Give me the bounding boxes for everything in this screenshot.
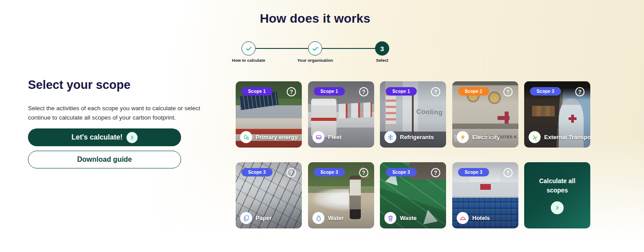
step-select-circle[interactable]: 3: [375, 41, 389, 56]
card-waste[interactable]: Scope 3 ? Waste: [380, 162, 446, 228]
van-icon: [315, 134, 322, 141]
waterdrop-icon: [315, 215, 322, 222]
lets-calculate-button[interactable]: Let's calculate!: [28, 128, 181, 146]
card-label: Electricity: [472, 134, 500, 140]
check-icon: [312, 45, 319, 52]
card-label-row: Electricity: [457, 131, 500, 143]
chevron-right-icon: [551, 201, 564, 214]
card-fleet[interactable]: Scope 1 ? Fleet: [308, 81, 374, 148]
card-label-row: Fleet: [312, 131, 341, 143]
scope-badge: Scope 3: [241, 168, 273, 176]
card-label: Water: [328, 215, 344, 221]
card-label-row: Hotels: [457, 212, 490, 224]
section-description: Select the activities of each scope you …: [28, 104, 205, 123]
step-label-select: Select: [376, 58, 388, 63]
scope-badge: Scope 3: [386, 168, 417, 176]
card-label: Fleet: [328, 134, 341, 140]
snowflake-icon: [387, 134, 394, 141]
calculate-all-label: Calculate all scopes: [535, 176, 580, 195]
card-label-row: Paper: [240, 212, 272, 224]
step-label-your-organisation: Your organisation: [297, 58, 333, 63]
page-title: How does it works: [0, 12, 630, 26]
scope-badge: Scope 1: [386, 87, 417, 96]
download-guide-button[interactable]: Download guide: [28, 151, 181, 168]
step-your-organisation-circle[interactable]: [308, 41, 322, 56]
card-refrigerants[interactable]: Cooling Scope 1 ? Refrigerants: [380, 81, 446, 148]
card-hotels[interactable]: Scope 3 ? Hotels: [452, 162, 518, 228]
card-primary-energy[interactable]: Scope 1 ? Primary energy: [236, 81, 302, 148]
scope-badge: Scope 1: [241, 87, 273, 96]
card-label-row: Primary energy: [240, 131, 298, 143]
card-water[interactable]: Scope 3 ? Water: [308, 162, 374, 228]
stepper-connector: [255, 48, 309, 49]
card-label: Refrigerants: [400, 134, 434, 140]
card-external-transport[interactable]: Scope 3 ? External Transport: [524, 81, 590, 148]
stepper-connector: [321, 48, 376, 49]
scope-badge: Scope 1: [314, 87, 345, 96]
scope-cards-grid: Scope 1 ? Primary energy Scope 1 ? Fleet…: [236, 81, 591, 229]
card-label: External Transport: [544, 134, 590, 140]
help-icon[interactable]: ?: [359, 87, 368, 96]
help-icon[interactable]: ?: [575, 87, 585, 96]
chevron-right-icon: [126, 132, 138, 143]
card-label-row: Refrigerants: [384, 131, 434, 143]
help-icon[interactable]: ?: [431, 87, 440, 96]
scope-badge: Scope 3: [530, 87, 561, 96]
card-label: Waste: [400, 215, 417, 221]
plane-icon: [530, 132, 540, 142]
trash-icon: [387, 215, 394, 222]
card-paper[interactable]: Scope 3 ? Paper: [236, 162, 302, 228]
step-how-to-calculate-circle[interactable]: [241, 41, 256, 56]
download-guide-label: Download guide: [77, 156, 132, 164]
lightning-icon: [459, 134, 466, 141]
help-icon[interactable]: ?: [503, 168, 513, 177]
paper-icon: [243, 215, 250, 222]
help-icon[interactable]: ?: [287, 168, 296, 177]
check-icon: [245, 45, 253, 52]
scope-badge: Scope 3: [458, 168, 489, 176]
card-label-row: External Transport: [529, 131, 590, 143]
help-icon[interactable]: ?: [287, 87, 296, 96]
lets-calculate-label: Let's calculate!: [71, 133, 122, 141]
step-label-how-to-calculate: How to calculate: [232, 58, 265, 63]
card-label: Primary energy: [256, 134, 298, 140]
card-label: Hotels: [472, 215, 490, 221]
card-label-row: Water: [312, 212, 344, 224]
card-calculate-all-scopes[interactable]: Calculate all scopes: [524, 162, 590, 228]
cloche-icon: [459, 215, 466, 222]
card-label-row: Waste: [384, 212, 417, 224]
scope-badge: Scope 2: [458, 87, 489, 96]
section-heading: Select your scope: [28, 78, 130, 92]
help-icon[interactable]: ?: [359, 168, 368, 177]
card-electricity[interactable]: ter IENER ROTES K Scope 2 ? Electricity: [452, 81, 518, 148]
help-icon[interactable]: ?: [431, 168, 440, 177]
drops-icon: [243, 134, 250, 141]
help-icon[interactable]: ?: [503, 87, 513, 96]
scope-badge: Scope 3: [314, 168, 345, 176]
card-label: Paper: [256, 215, 272, 221]
progress-stepper: 3 How to calculate Your organisation Sel…: [234, 41, 389, 64]
step-number: 3: [380, 45, 384, 52]
